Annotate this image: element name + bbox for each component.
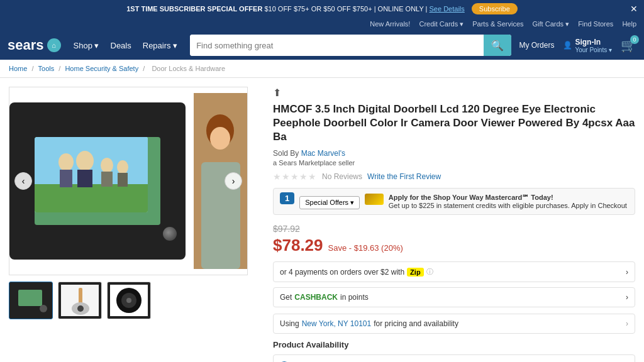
- thumbnail-3[interactable]: [107, 282, 151, 319]
- svg-rect-5: [77, 170, 92, 187]
- search-bar: 🔍: [190, 35, 511, 56]
- info-icon[interactable]: ⓘ: [426, 267, 433, 277]
- credit-text: Apply for the Shop Your Way Mastercard℠ …: [389, 194, 628, 209]
- nav-deals[interactable]: Deals: [106, 38, 136, 53]
- ratings-row: ★★★★★ No Reviews Write the First Review: [273, 172, 635, 182]
- top-nav: New Arrivals! Credit Cards ▾ Parts & Ser…: [0, 18, 644, 31]
- svg-point-20: [77, 305, 84, 312]
- svg-point-8: [117, 160, 128, 174]
- product-title: HMCOF 3.5 Inch Digital Doorbell Lcd 120 …: [273, 102, 635, 144]
- nav-help[interactable]: Help: [622, 20, 636, 28]
- my-orders-link[interactable]: My Orders: [519, 41, 554, 50]
- thumbnails: [9, 282, 260, 319]
- svg-rect-15: [18, 290, 42, 306]
- device-knob: [163, 227, 177, 241]
- location-arrow: ›: [626, 319, 628, 328]
- nav-gift-cards[interactable]: Gift Cards ▾: [533, 20, 570, 28]
- your-points-label[interactable]: Your Points ▾: [575, 47, 612, 53]
- main-image: ‹ ›: [9, 87, 248, 275]
- location-label: Using: [280, 319, 299, 328]
- logo-text: sears: [8, 37, 44, 53]
- sold-by: Sold By Mac Marvel's: [273, 149, 635, 158]
- nav-credit-cards[interactable]: Credit Cards ▾: [419, 20, 464, 28]
- nav-parts-services[interactable]: Parts & Services: [472, 20, 523, 28]
- prev-image-button[interactable]: ‹: [14, 172, 32, 190]
- breadcrumb-home-security[interactable]: Home Security & Safety: [65, 65, 138, 72]
- breadcrumb-tools[interactable]: Tools: [38, 65, 55, 72]
- breadcrumb: Home / Tools / Home Security & Safety / …: [0, 60, 644, 78]
- search-button[interactable]: 🔍: [484, 35, 511, 56]
- sold-by-label: Sold By: [273, 149, 299, 158]
- svg-rect-3: [60, 170, 72, 187]
- svg-point-12: [210, 127, 230, 150]
- share-icon[interactable]: ⬆: [273, 87, 635, 99]
- see-details-link[interactable]: See Details: [430, 5, 465, 13]
- cashback-label: CASHBACK: [294, 293, 338, 302]
- payments-text: or 4 payments on orders over $2 with: [280, 268, 404, 277]
- subscribe-button[interactable]: Subscribe: [472, 3, 518, 14]
- nav-new-arrivals[interactable]: New Arrivals!: [370, 20, 410, 28]
- nav-find-stores[interactable]: Find Stores: [578, 20, 613, 28]
- cashback-row[interactable]: Get CASHBACK in points ›: [273, 287, 635, 307]
- product-gallery: ‹ ›: [9, 87, 260, 362]
- sign-in-area[interactable]: 👤 Sign-In Your Points ▾: [563, 38, 612, 53]
- product-area: ‹ ›: [0, 78, 644, 362]
- breadcrumb-sep-1: /: [31, 65, 35, 72]
- sign-in-label[interactable]: Sign-In: [575, 38, 612, 47]
- cashback-prefix: Get: [280, 293, 292, 302]
- next-image-button[interactable]: ›: [225, 172, 242, 190]
- svg-point-16: [40, 305, 47, 312]
- svg-rect-7: [101, 172, 113, 187]
- seller-link[interactable]: Mac Marvel's: [301, 149, 345, 158]
- svg-point-4: [76, 151, 94, 171]
- payments-arrow: ›: [626, 268, 628, 277]
- device-screen: [35, 137, 160, 225]
- stars: ★★★★★: [273, 172, 317, 182]
- no-reviews: No Reviews: [322, 172, 362, 181]
- price-row: $78.29 Save - $19.63 (20%): [273, 236, 635, 255]
- payments-row[interactable]: or 4 payments on orders over $2 with Zip…: [273, 261, 635, 282]
- cashback-suffix: in points: [340, 293, 369, 302]
- credit-offer: 1 Special Offers ▾ Apply for the Shop Yo…: [273, 188, 635, 215]
- sears-logo[interactable]: sears ⌂: [8, 37, 61, 53]
- credit-amount-text: Get up to $225 in statement credits with…: [389, 202, 628, 209]
- svg-rect-1: [35, 184, 148, 212]
- credit-apply-text: Apply for the Shop Your Way Mastercard℠ …: [389, 194, 628, 202]
- marketplace-label: a Sears Marketplace seller: [273, 159, 635, 167]
- credit-card-icon: [365, 194, 384, 205]
- cart-badge: 0: [630, 35, 639, 44]
- thumbnail-1[interactable]: [9, 282, 53, 319]
- header-right: My Orders 👤 Sign-In Your Points ▾ 🛒 0: [519, 38, 636, 53]
- availability-row: Shipping Buy now, receive by Fri, August…: [273, 354, 635, 362]
- credit-num-badge: 1: [280, 192, 294, 204]
- search-input[interactable]: [190, 35, 484, 56]
- svg-rect-9: [118, 173, 128, 187]
- breadcrumb-sep-2: /: [58, 65, 62, 72]
- original-price: $97.92: [273, 224, 635, 234]
- breadcrumb-home[interactable]: Home: [9, 65, 27, 72]
- device-image: [9, 102, 186, 260]
- thumbnail-2[interactable]: [58, 282, 102, 319]
- svg-point-6: [101, 158, 113, 173]
- cashback-arrow: ›: [626, 293, 628, 302]
- location-link[interactable]: New York, NY 10101: [302, 319, 372, 328]
- location-row[interactable]: Using New York, NY 10101 for pricing and…: [273, 314, 635, 334]
- breadcrumb-sep-3: /: [143, 65, 147, 72]
- current-price: $78.29: [273, 236, 323, 255]
- person-icon: 👤: [563, 41, 572, 50]
- header-nav: Shop ▾ Deals Repairs ▾: [69, 38, 183, 53]
- save-text: Save - $19.63 (20%): [328, 243, 403, 253]
- write-review-link[interactable]: Write the First Review: [367, 172, 441, 181]
- home-icon: ⌂: [47, 38, 61, 52]
- svg-point-2: [58, 153, 74, 171]
- cart-icon[interactable]: 🛒 0: [621, 38, 636, 53]
- nav-shop[interactable]: Shop ▾: [69, 38, 104, 53]
- breadcrumb-current: Door Locks & Hardware: [152, 65, 225, 72]
- close-banner-button[interactable]: ✕: [630, 4, 638, 14]
- main-header: sears ⌂ Shop ▾ Deals Repairs ▾ 🔍 My Orde…: [0, 31, 644, 60]
- product-details: ⬆ HMCOF 3.5 Inch Digital Doorbell Lcd 12…: [260, 87, 635, 362]
- zip-logo: Zip: [407, 268, 424, 277]
- nav-repairs[interactable]: Repairs ▾: [138, 38, 182, 53]
- availability-title: Product Availability: [273, 340, 635, 349]
- special-offers-button[interactable]: Special Offers ▾: [299, 196, 360, 209]
